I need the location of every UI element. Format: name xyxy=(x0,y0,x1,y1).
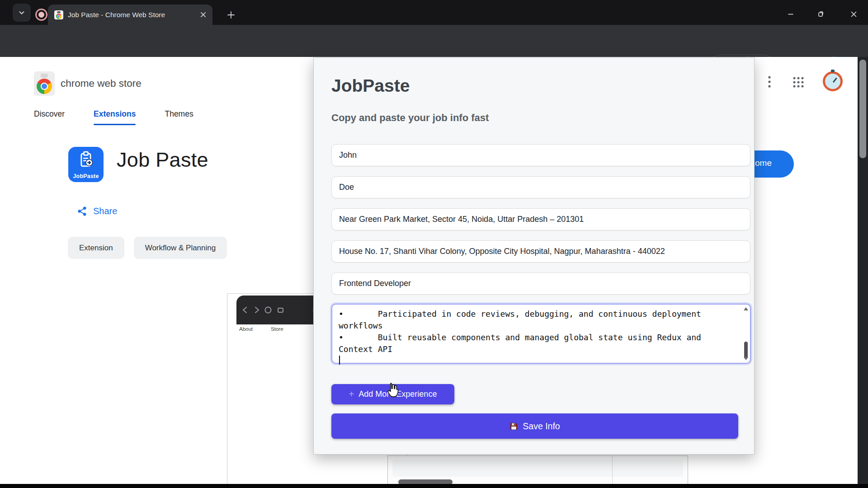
clipboard-icon xyxy=(76,150,96,169)
mock-link-about: About xyxy=(239,326,253,332)
nav-tab-extensions[interactable]: Extensions xyxy=(94,109,136,125)
experience-text: • Participated in code reviews, debuggin… xyxy=(332,305,742,363)
mock-nav-icons xyxy=(236,296,300,324)
mouse-cursor-pointer xyxy=(385,382,400,399)
scrollbar-thumb[interactable] xyxy=(859,60,866,158)
browser-toolbar: chromewebstore.google.com/detail/job-pas… xyxy=(0,25,868,57)
restore-icon xyxy=(817,10,824,18)
listing-tags: Extension Workflow & Planning xyxy=(68,237,227,259)
popup-subtitle: Copy and paste your job info fast xyxy=(331,112,489,124)
popup-title: JobPaste xyxy=(331,76,410,96)
google-apps-button[interactable] xyxy=(792,76,805,89)
store-nav: Discover Extensions Themes xyxy=(34,109,193,125)
save-info-label: Save Info xyxy=(523,421,560,432)
listing-title: Job Paste xyxy=(117,148,208,172)
window-restore-button[interactable] xyxy=(814,8,827,20)
mock-nav-links: About Store xyxy=(239,326,283,332)
nav-tab-themes[interactable]: Themes xyxy=(165,109,193,125)
scroll-down-arrow-icon[interactable] xyxy=(744,357,748,360)
browser-window: Job Paste - Chrome Web Store xyxy=(0,0,868,488)
window-close-button[interactable] xyxy=(847,8,860,20)
tab-bar: Job Paste - Chrome Web Store xyxy=(0,0,868,25)
floppy-disk-icon xyxy=(509,422,518,431)
share-button[interactable]: Share xyxy=(77,206,117,216)
plus-icon: + xyxy=(349,389,354,399)
tag-workflow-planning[interactable]: Workflow & Planning xyxy=(134,237,227,259)
permanent-address-input[interactable] xyxy=(331,240,750,263)
tab-title: Job Paste - Chrome Web Store xyxy=(68,11,193,19)
share-icon xyxy=(77,206,87,216)
kebab-menu-icon xyxy=(766,75,773,89)
tag-extension[interactable]: Extension xyxy=(68,237,124,259)
recording-indicator-icon xyxy=(35,9,47,21)
screenshot-fragment xyxy=(387,455,688,484)
account-avatar[interactable] xyxy=(823,71,843,91)
close-icon xyxy=(850,11,857,18)
share-label: Share xyxy=(93,206,117,216)
jobpaste-listing-icon: JobPaste xyxy=(68,147,104,182)
listing-icon-label: JobPaste xyxy=(68,173,104,179)
page-scrollbar[interactable] xyxy=(858,57,868,484)
experience-textarea[interactable]: • Participated in code reviews, debuggin… xyxy=(331,304,751,364)
textarea-scrollbar-thumb[interactable] xyxy=(744,342,748,359)
scroll-up-arrow-icon[interactable] xyxy=(744,307,748,310)
jobpaste-popup: JobPaste Copy and paste your job info fa… xyxy=(313,57,755,455)
screen-bottom-edge xyxy=(0,484,868,488)
first-name-input[interactable] xyxy=(331,144,750,166)
current-address-input[interactable] xyxy=(331,208,750,230)
window-minimize-button[interactable] xyxy=(784,8,797,20)
nav-tab-discover[interactable]: Discover xyxy=(34,109,65,125)
webstore-brand[interactable]: chrome web store xyxy=(61,78,142,89)
new-tab-button[interactable] xyxy=(223,7,238,22)
add-to-chrome-visible-text: ome xyxy=(755,158,772,168)
job-title-input[interactable] xyxy=(331,272,750,295)
last-name-input[interactable] xyxy=(331,176,750,198)
webstore-favicon-icon xyxy=(54,10,63,19)
apps-grid-icon xyxy=(792,76,805,89)
webstore-logo-icon xyxy=(34,71,55,96)
minimize-icon xyxy=(787,10,794,18)
page-more-options-button[interactable] xyxy=(766,75,773,89)
tab-close-button[interactable] xyxy=(197,9,209,21)
active-tab[interactable]: Job Paste - Chrome Web Store xyxy=(48,5,212,25)
tab-search-button[interactable] xyxy=(13,4,31,22)
plus-icon xyxy=(227,11,235,19)
text-caret xyxy=(339,356,340,365)
chevron-down-icon xyxy=(18,9,25,16)
mock-link-store: Store xyxy=(271,326,283,332)
close-icon xyxy=(201,12,206,17)
save-info-button[interactable]: Save Info xyxy=(331,413,738,439)
